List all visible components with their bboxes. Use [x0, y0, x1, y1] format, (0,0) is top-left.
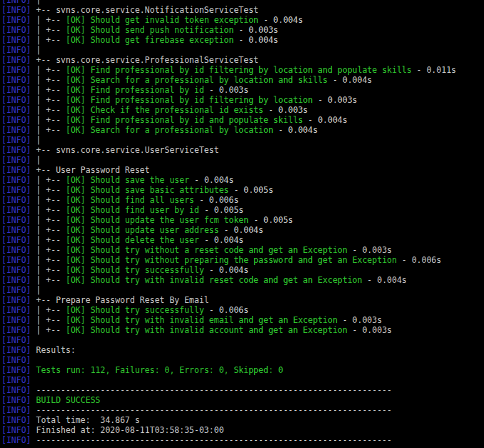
terminal-line: [INFO] Total time: 34.867 s: [1, 415, 484, 425]
log-text: - 0.003s: [204, 85, 248, 95]
log-text: | +--: [31, 125, 66, 135]
log-text: | +--: [31, 105, 66, 115]
terminal-line: [INFO] | +-- [OK] Should find user by id…: [1, 205, 484, 215]
log-text: - 0.003s: [233, 25, 278, 35]
test-result-text: [OK] Find professional by id: [66, 85, 204, 95]
test-result-text: [OK] Find professional by id filtering b…: [66, 95, 313, 105]
log-level-tag: [INFO]: [1, 0, 31, 5]
log-text: - 0.003s: [313, 95, 357, 105]
terminal-line: [INFO] |: [1, 155, 484, 165]
terminal-line: [INFO] | +-- [OK] Should try successfull…: [1, 265, 484, 275]
log-text: | +--: [31, 115, 66, 125]
log-level-tag: [INFO]: [1, 185, 31, 195]
log-level-tag: [INFO]: [1, 355, 31, 365]
terminal-line: [INFO] |: [1, 285, 484, 295]
log-text: - 0.003s: [263, 105, 308, 115]
log-level-tag: [INFO]: [1, 155, 31, 165]
log-text: | +--: [31, 225, 66, 235]
test-result-text: [OK] Should try successfully: [66, 305, 204, 315]
log-text: ----------------------------------------…: [31, 385, 392, 395]
log-level-tag: [INFO]: [1, 65, 31, 75]
log-text: Results:: [31, 345, 76, 355]
log-text: - 0.006s: [204, 305, 248, 315]
log-level-tag: [INFO]: [1, 305, 31, 315]
log-text: | +--: [31, 245, 66, 255]
log-text: +-- svns.core.service.NotificationServic…: [31, 5, 259, 15]
log-level-tag: [INFO]: [1, 365, 31, 375]
test-result-text: [OK] Should try with invalid reset code …: [66, 275, 362, 285]
log-text: | +--: [31, 75, 66, 85]
terminal-line: [INFO] +-- Prepare Password Reset By Ema…: [1, 295, 484, 305]
terminal-line: [INFO] Tests run: 112, Failures: 0, Erro…: [1, 365, 484, 375]
terminal-line: [INFO] | +-- [OK] Find professional by i…: [1, 65, 484, 75]
log-text: ----------------------------------------…: [31, 435, 392, 445]
terminal-line: [INFO] | +-- [OK] Should delete the user…: [1, 235, 484, 245]
log-level-tag: [INFO]: [1, 345, 31, 355]
log-text: - 0.003s: [338, 315, 382, 325]
log-level-tag: [INFO]: [1, 175, 31, 185]
log-text: | +--: [31, 195, 66, 205]
log-text: | +--: [31, 25, 66, 35]
log-level-tag: [INFO]: [1, 265, 31, 275]
log-text: - 0.004s: [199, 235, 243, 245]
terminal-line: [INFO] | +-- [OK] Check if the professio…: [1, 105, 484, 115]
log-text: Finished at: 2020-08-11T03:58:35-03:00: [31, 425, 224, 435]
log-text: - 0.011s: [412, 65, 456, 75]
log-level-tag: [INFO]: [1, 25, 31, 35]
log-level-tag: [INFO]: [1, 205, 31, 215]
log-level-tag: [INFO]: [1, 295, 31, 305]
terminal-line: [INFO] | +-- [OK] Find professional by i…: [1, 85, 484, 95]
log-level-tag: [INFO]: [1, 35, 31, 45]
log-text: | +--: [31, 65, 66, 75]
terminal-line: [INFO] ---------------------------------…: [1, 385, 484, 395]
test-result-text: [OK] Should find all users: [66, 195, 194, 205]
terminal-line: [INFO] | +-- [OK] Should try without a r…: [1, 245, 484, 255]
test-result-text: [OK] Should delete the user: [66, 235, 199, 245]
log-text: +-- svns.core.service.UserServiceTest: [31, 145, 219, 155]
log-text: - 0.004s: [273, 125, 318, 135]
test-result-text: [OK] Should try without a reset code and…: [66, 245, 348, 255]
terminal-line: [INFO] | +-- [OK] Should try without pre…: [1, 255, 484, 265]
log-text: - 0.004s: [233, 35, 278, 45]
log-level-tag: [INFO]: [1, 85, 31, 95]
log-level-tag: [INFO]: [1, 165, 31, 175]
terminal-line: [INFO] +-- svns.core.service.Professiona…: [1, 55, 484, 65]
terminal-line: [INFO] | +-- [OK] Should save the user -…: [1, 175, 484, 185]
test-result-text: [OK] Should try with invalid account and…: [66, 325, 348, 335]
terminal-line: [INFO] ---------------------------------…: [1, 435, 484, 445]
terminal-line: [INFO] | +-- [OK] Should try with invali…: [1, 325, 484, 335]
log-level-tag: [INFO]: [1, 415, 31, 425]
log-text: +-- Prepare Password Reset By Email: [31, 295, 209, 305]
test-result-text: [OK] Should send push notification: [66, 25, 233, 35]
terminal-line: [INFO] ---------------------------------…: [1, 405, 484, 415]
terminal-line: [INFO] | +-- [OK] Search for a professio…: [1, 75, 484, 85]
test-result-text: [OK] Should save the user: [66, 175, 189, 185]
terminal-line: [INFO] Finished at: 2020-08-11T03:58:35-…: [1, 425, 484, 435]
log-text: |: [31, 285, 41, 295]
log-level-tag: [INFO]: [1, 95, 31, 105]
test-result-text: [OK] Should try without preparing the pa…: [66, 255, 397, 265]
terminal-line: [INFO] | +-- [OK] Should find all users …: [1, 195, 484, 205]
log-text: |: [31, 135, 41, 145]
log-text: | +--: [31, 315, 66, 325]
log-text: | +--: [31, 235, 66, 245]
log-text: | +--: [31, 215, 66, 225]
terminal-line: [INFO] |: [1, 135, 484, 145]
test-result-text: [OK] Should get firebase exception: [66, 35, 233, 45]
log-text: +-- svns.core.service.ProfessionalServic…: [31, 55, 259, 65]
test-result-text: [OK] Find professional by id and populat…: [66, 115, 303, 125]
log-text: - 0.004s: [189, 175, 233, 185]
log-text: | +--: [31, 85, 66, 95]
terminal-line: [INFO]: [1, 335, 484, 345]
log-text: - 0.006s: [194, 195, 238, 205]
test-result-text: [OK] Check if the professional id exists: [66, 105, 263, 115]
terminal-line: [INFO] | +-- [OK] Should save basic attr…: [1, 185, 484, 195]
terminal-line: [INFO] | +-- [OK] Find professional by i…: [1, 95, 484, 105]
test-result-text: [OK] Should save basic attributes: [66, 185, 228, 195]
log-text: - 0.004s: [258, 15, 303, 25]
terminal-line: [INFO] | +-- [OK] Should get invalid tok…: [1, 15, 484, 25]
log-level-tag: [INFO]: [1, 325, 31, 335]
test-result-text: [OK] Should try successfully: [66, 265, 204, 275]
test-result-text: [OK] Should update the user fcm token: [66, 215, 248, 225]
test-result-text: [OK] Find professional by id filtering b…: [66, 65, 412, 75]
